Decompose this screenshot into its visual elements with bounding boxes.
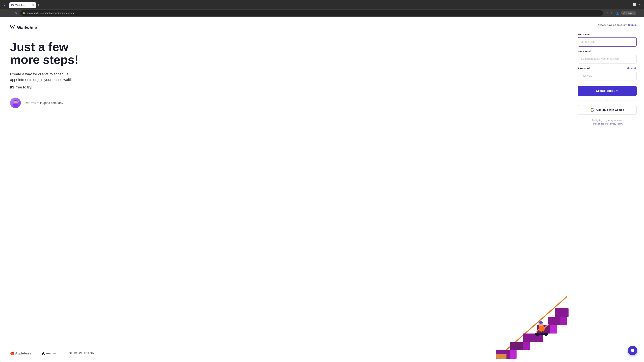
divider-text: or: [606, 99, 608, 102]
window-minimize[interactable]: —: [626, 2, 631, 7]
brand-logos: 🍎 Applebees REI co-op LOUIS VUITTON: [10, 351, 95, 355]
window-controls: — ⬜ ✕: [626, 2, 642, 7]
svg-rect-18: [496, 354, 506, 359]
window-maximize[interactable]: ⬜: [632, 2, 636, 7]
show-label: Show: [626, 67, 633, 70]
tab-close-button[interactable]: ✕: [32, 4, 34, 6]
address-bar[interactable]: 🔒 app.waitwhile.com/onboarding/create-ac…: [20, 10, 603, 16]
hero-heading: Just a few more steps!: [10, 41, 97, 66]
already-account-text: Already have an account?: [598, 23, 627, 26]
new-tab-button[interactable]: +: [36, 2, 41, 8]
svg-rect-12: [555, 308, 568, 317]
incognito-icon: 🕵: [623, 12, 626, 14]
page-content: Waitwhile Just a few more steps! Create …: [0, 17, 644, 362]
bookmark-button[interactable]: ☆: [606, 11, 610, 15]
svg-point-21: [545, 334, 547, 336]
terms-link[interactable]: Terms of use: [592, 122, 604, 125]
email-input[interactable]: [578, 54, 636, 63]
tab-favicon: W: [12, 4, 14, 6]
logo: Waitwhile: [10, 25, 560, 31]
nav-row: ← → ✕: [2, 10, 19, 16]
svg-point-20: [536, 334, 539, 336]
url-text: app.waitwhile.com/onboarding/create-acco…: [27, 12, 601, 14]
google-btn-text: Continue with Google: [596, 108, 624, 111]
address-bar-row: ← → ✕ 🔒 app.waitwhile.com/onboarding/cre…: [0, 9, 644, 17]
google-signin-button[interactable]: Continue with Google: [578, 105, 636, 115]
illustration: [483, 288, 570, 362]
left-panel: Waitwhile Just a few more steps! Create …: [0, 17, 570, 362]
terms-text: By signing up, you agree to our Terms of…: [578, 119, 636, 126]
divider-left: [578, 100, 604, 101]
signin-row: Already have an account? Sign in: [578, 23, 636, 26]
password-input[interactable]: [578, 71, 636, 80]
active-tab[interactable]: W Waitwhile ✕: [10, 2, 36, 8]
create-account-button[interactable]: Create account: [578, 86, 636, 96]
rei-logo: REI co-op: [41, 351, 56, 355]
and-text: and: [604, 122, 608, 125]
signin-link[interactable]: Sign in: [628, 23, 636, 26]
reload-button[interactable]: ✕: [14, 10, 19, 16]
divider: or: [578, 99, 636, 102]
lv-logo: LOUIS VUITTON: [66, 352, 95, 355]
svg-point-1: [13, 104, 18, 107]
avatar: [10, 97, 21, 108]
chat-icon: [630, 349, 635, 353]
window-close[interactable]: ✕: [637, 2, 642, 7]
forward-button[interactable]: →: [8, 10, 13, 16]
fullname-group: Full name: [578, 33, 636, 46]
terms-prefix: By signing up, you agree to our: [592, 119, 622, 121]
email-group: Work email: [578, 50, 636, 63]
google-icon: [590, 108, 594, 112]
incognito-badge: 🕵 Incognito: [621, 11, 636, 15]
profile-button[interactable]: 👤: [615, 11, 620, 15]
fullname-input[interactable]: [578, 37, 636, 46]
menu-button[interactable]: ⋮: [638, 10, 642, 15]
browser-chrome: ⌄ W Waitwhile ✕ + — ⬜ ✕: [0, 0, 644, 9]
show-password-button[interactable]: Show 👁: [626, 67, 636, 70]
tab-bar: W Waitwhile ✕ +: [10, 2, 625, 8]
eye-icon: 👁: [634, 67, 636, 70]
incognito-label: Incognito: [626, 12, 634, 14]
right-panel: Already have an account? Sign in Full na…: [570, 17, 644, 362]
svg-marker-14: [510, 342, 523, 350]
browser-nav-buttons: ⌄: [2, 2, 7, 7]
extensions-button[interactable]: ⬡: [610, 11, 614, 15]
privacy-link[interactable]: Privacy Policy.: [609, 122, 623, 125]
hero-subtext: Create a way for clients to schedule app…: [10, 71, 90, 82]
applebees-logo: 🍎 Applebees: [10, 351, 31, 355]
tab-title: Waitwhile: [16, 4, 25, 6]
fullname-label: Full name: [578, 33, 636, 36]
svg-marker-15: [523, 334, 537, 342]
chat-support-button[interactable]: [628, 346, 637, 355]
tab-history-back[interactable]: ⌄: [2, 2, 7, 7]
security-lock-icon: 🔒: [22, 12, 25, 14]
password-label: Password: [578, 67, 590, 70]
svg-point-24: [538, 321, 543, 324]
password-group: Password Show 👁: [578, 67, 636, 80]
logo-text: Waitwhile: [17, 25, 37, 30]
email-label: Work email: [578, 50, 636, 53]
back-button[interactable]: ←: [2, 10, 8, 16]
hero-free-text: It's free to try!: [10, 85, 560, 89]
logo-icon: [10, 25, 16, 31]
svg-line-5: [17, 102, 18, 103]
password-row: Password Show 👁: [578, 67, 636, 70]
divider-right: [610, 100, 636, 101]
company-callout: Psst! You're in good company...: [10, 97, 560, 108]
address-actions: ☆ ⬡ 👤: [606, 11, 620, 15]
svg-marker-17: [548, 317, 560, 325]
svg-rect-4: [14, 100, 17, 101]
callout-text: Psst! You're in good company...: [24, 101, 66, 105]
